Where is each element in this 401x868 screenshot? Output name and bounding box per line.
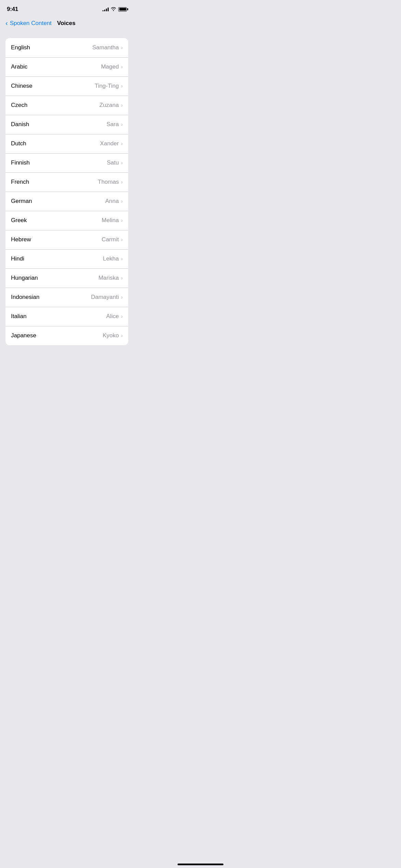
nav-header: ‹ Spoken Content Voices (0, 16, 134, 33)
chevron-right-icon: › (121, 198, 123, 204)
voice-right: Alice › (106, 313, 123, 320)
voice-right: Xander › (100, 140, 123, 147)
voice-name: Thomas (98, 179, 119, 185)
list-item[interactable]: English Samantha › (5, 38, 128, 57)
voice-name: Sara (107, 121, 119, 128)
list-item[interactable]: German Anna › (5, 192, 128, 211)
language-label: German (11, 198, 32, 205)
chevron-right-icon: › (121, 313, 123, 320)
list-item[interactable]: Chinese Ting-Ting › (5, 76, 128, 96)
list-item[interactable]: Greek Melina › (5, 211, 128, 230)
list-item[interactable]: Italian Alice › (5, 307, 128, 326)
list-item[interactable]: Finnish Satu › (5, 153, 128, 172)
voice-name: Zuzana (99, 102, 119, 109)
list-item[interactable]: Hungarian Mariska › (5, 268, 128, 288)
voice-right: Mariska › (98, 275, 123, 281)
status-time: 9:41 (7, 6, 18, 13)
language-label: Chinese (11, 83, 32, 89)
chevron-right-icon: › (121, 102, 123, 108)
chevron-right-icon: › (121, 141, 123, 147)
language-label: Hungarian (11, 275, 38, 281)
list-item[interactable]: Japanese Kyoko › (5, 326, 128, 345)
list-item[interactable]: Danish Sara › (5, 115, 128, 134)
voice-right: Thomas › (98, 179, 123, 185)
list-item[interactable]: Hindi Lekha › (5, 249, 128, 268)
voice-name: Samantha (92, 44, 119, 51)
voice-name: Carmit (102, 236, 119, 243)
voice-right: Ting-Ting › (95, 83, 123, 89)
list-item[interactable]: French Thomas › (5, 172, 128, 192)
chevron-right-icon: › (121, 333, 123, 339)
voice-name: Lekha (103, 255, 119, 262)
chevron-right-icon: › (121, 45, 123, 51)
chevron-right-icon: › (121, 83, 123, 89)
language-label: Czech (11, 102, 27, 109)
list-item[interactable]: Hebrew Carmit › (5, 230, 128, 249)
language-label: Hindi (11, 255, 24, 262)
voice-name: Kyoko (102, 332, 119, 339)
list-item[interactable]: Dutch Xander › (5, 134, 128, 153)
back-button[interactable]: ‹ Spoken Content (5, 19, 52, 27)
status-bar: 9:41 (0, 0, 134, 16)
voice-name: Anna (105, 198, 119, 205)
voice-name: Xander (100, 140, 119, 147)
voice-name: Alice (106, 313, 119, 320)
language-label: English (11, 44, 30, 51)
language-label: Finnish (11, 159, 30, 166)
voice-right: Kyoko › (102, 332, 123, 339)
back-label: Spoken Content (10, 20, 52, 27)
voice-right: Anna › (105, 198, 123, 205)
voice-name: Satu (107, 159, 119, 166)
voice-right: Maged › (101, 63, 123, 70)
language-label: Indonesian (11, 294, 39, 301)
chevron-right-icon: › (121, 275, 123, 281)
chevron-right-icon: › (121, 256, 123, 262)
signal-icon (102, 7, 109, 11)
chevron-right-icon: › (121, 179, 123, 185)
voice-right: Lekha › (103, 255, 123, 262)
chevron-right-icon: › (121, 121, 123, 128)
voice-right: Melina › (102, 217, 123, 224)
voice-right: Zuzana › (99, 102, 123, 109)
voice-right: Damayanti › (91, 294, 123, 301)
battery-icon (118, 7, 127, 12)
voice-right: Sara › (107, 121, 123, 128)
voice-right: Satu › (107, 159, 123, 166)
language-label: Dutch (11, 140, 26, 147)
chevron-right-icon: › (121, 294, 123, 300)
language-label: Hebrew (11, 236, 31, 243)
voice-name: Melina (102, 217, 119, 224)
voice-right: Samantha › (92, 44, 123, 51)
page-title: Voices (57, 20, 76, 27)
language-label: Greek (11, 217, 27, 224)
voices-list: English Samantha › Arabic Maged › Chines… (5, 38, 128, 345)
chevron-right-icon: › (121, 237, 123, 243)
language-label: Italian (11, 313, 26, 320)
status-icons (102, 7, 127, 12)
voice-name: Damayanti (91, 294, 119, 301)
language-label: French (11, 179, 29, 185)
wifi-icon (111, 7, 116, 12)
language-label: Japanese (11, 332, 36, 339)
back-chevron-icon: ‹ (5, 19, 8, 27)
language-label: Arabic (11, 63, 27, 70)
voice-right: Carmit › (102, 236, 123, 243)
list-item[interactable]: Arabic Maged › (5, 57, 128, 76)
voice-name: Maged (101, 63, 119, 70)
chevron-right-icon: › (121, 64, 123, 70)
language-label: Danish (11, 121, 29, 128)
chevron-right-icon: › (121, 160, 123, 166)
voice-name: Mariska (98, 275, 119, 281)
list-item[interactable]: Indonesian Damayanti › (5, 288, 128, 307)
chevron-right-icon: › (121, 217, 123, 224)
voice-name: Ting-Ting (95, 83, 119, 89)
list-item[interactable]: Czech Zuzana › (5, 96, 128, 115)
